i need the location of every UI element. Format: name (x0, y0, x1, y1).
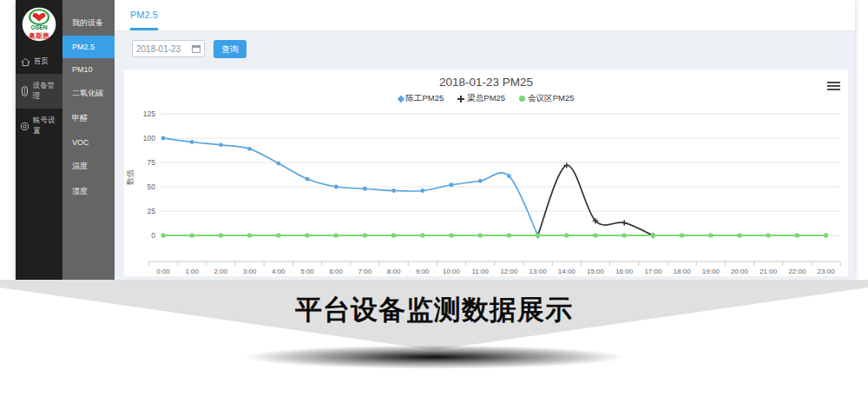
submenu-item-VOC[interactable]: VOC (62, 131, 115, 154)
svg-text:数值: 数值 (126, 169, 135, 185)
submenu-item-湿度[interactable]: 湿度 (62, 179, 115, 204)
pm25-line-chart[interactable]: 0255075100125数值0:001:002:003:004:005:006… (124, 103, 848, 276)
diamond-marker-icon (397, 95, 404, 102)
tabbar: PM2.5 (115, 0, 855, 31)
osen-logo-icon: OSEN 奥斯恩 (22, 4, 56, 46)
svg-text:25: 25 (148, 207, 156, 215)
svg-text:9:00: 9:00 (416, 268, 430, 275)
sidebar-item-账号设置[interactable]: 账号设置 (16, 109, 62, 143)
svg-text:2:00: 2:00 (214, 268, 228, 275)
submenu-item-甲醛[interactable]: 甲醛 (62, 106, 115, 131)
svg-text:12:00: 12:00 (500, 268, 518, 275)
sidebar-nav: 首页设备管理账号设置 (16, 50, 62, 143)
svg-text:11:00: 11:00 (471, 268, 489, 275)
svg-text:0:00: 0:00 (156, 268, 170, 275)
date-input[interactable]: 2018-01-23 (132, 40, 205, 57)
banner-shadow (169, 341, 699, 374)
submenu: 我的设备PM2.5PM10二氧化碳甲醛VOC温度湿度 (62, 0, 115, 280)
svg-text:奥斯恩: 奥斯恩 (28, 32, 49, 40)
chart-card: 2018-01-23 PM25 陈工PM25梁总PM25会议区PM25 0255… (124, 70, 848, 276)
svg-text:22:00: 22:00 (788, 268, 806, 275)
account-settings-icon (20, 122, 30, 131)
svg-text:OSEN: OSEN (30, 24, 47, 30)
submenu-item-我的设备[interactable]: 我的设备 (62, 10, 115, 36)
svg-text:16:00: 16:00 (615, 268, 634, 275)
osen-logo: OSEN 奥斯恩 (16, 0, 62, 50)
svg-text:75: 75 (148, 158, 156, 167)
submenu-item-二氧化碳[interactable]: 二氧化碳 (62, 81, 115, 106)
svg-text:14:00: 14:00 (558, 268, 576, 275)
content: PM2.5 2018-01-23 查询 2018-01-23 PM25 陈工PM… (115, 0, 855, 280)
svg-text:1:00: 1:00 (185, 268, 199, 275)
tab-pm25[interactable]: PM2.5 (130, 0, 158, 30)
device-manage-icon (20, 86, 29, 96)
svg-text:13:00: 13:00 (529, 268, 548, 275)
svg-text:50: 50 (148, 182, 156, 191)
sidebar: OSEN 奥斯恩 首页设备管理账号设置 (16, 0, 62, 280)
svg-text:6:00: 6:00 (329, 268, 343, 275)
date-value: 2018-01-23 (136, 44, 181, 54)
plus-marker-icon (457, 96, 464, 103)
circle-marker-icon (519, 96, 525, 102)
svg-text:3:00: 3:00 (243, 268, 257, 275)
banner-title: 平台设备监测数据展示 (0, 292, 868, 328)
dashboard-screenshot: OSEN 奥斯恩 首页设备管理账号设置 我的设备PM2.5PM10二氧化碳甲醛V… (16, 0, 855, 280)
submenu-item-温度[interactable]: 温度 (62, 154, 115, 179)
svg-text:5:00: 5:00 (300, 268, 314, 275)
svg-text:18:00: 18:00 (674, 268, 692, 275)
svg-text:0: 0 (151, 231, 155, 240)
query-button[interactable]: 查询 (214, 40, 247, 58)
svg-text:19:00: 19:00 (702, 268, 720, 275)
chart-title: 2018-01-23 PM25 (124, 70, 848, 89)
svg-text:23:00: 23:00 (818, 268, 836, 275)
sidebar-item-设备管理[interactable]: 设备管理 (16, 74, 62, 109)
svg-text:125: 125 (143, 109, 155, 118)
submenu-item-PM10[interactable]: PM10 (62, 58, 115, 81)
svg-text:7:00: 7:00 (358, 268, 372, 275)
svg-text:20:00: 20:00 (731, 268, 749, 275)
svg-text:100: 100 (143, 134, 155, 142)
calendar-icon[interactable] (192, 45, 201, 53)
toolbar: 2018-01-23 查询 (115, 31, 855, 66)
svg-text:15:00: 15:00 (587, 268, 605, 275)
submenu-item-PM2.5[interactable]: PM2.5 (62, 36, 115, 58)
sidebar-item-首页[interactable]: 首页 (16, 50, 62, 74)
home-icon (20, 57, 30, 67)
svg-text:17:00: 17:00 (644, 268, 662, 275)
chart-context-menu-icon[interactable] (827, 82, 840, 92)
svg-text:21:00: 21:00 (760, 268, 778, 275)
svg-text:8:00: 8:00 (387, 268, 401, 275)
svg-text:10:00: 10:00 (443, 268, 461, 275)
svg-text:4:00: 4:00 (272, 268, 286, 275)
page: OSEN 奥斯恩 首页设备管理账号设置 我的设备PM2.5PM10二氧化碳甲醛V… (0, 0, 868, 417)
